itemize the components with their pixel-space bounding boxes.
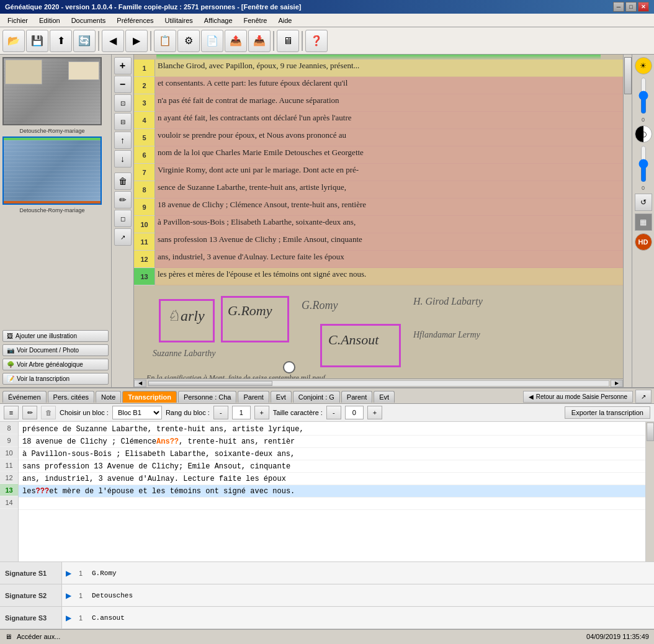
line-num-7: 7	[134, 164, 155, 181]
transcription-line-numbers: 8 9 10 11 12 13 14	[0, 422, 19, 561]
menu-preferences[interactable]: Préférences	[112, 16, 158, 25]
rang-minus-btn[interactable]: -	[213, 406, 228, 419]
delete-button[interactable]: 🗑	[114, 172, 132, 190]
trans-text-line-10: à Pavillon-sous-Bois ; Elisabeth Labarth…	[19, 448, 645, 460]
export-transcription-button[interactable]: Exporter la transcription	[565, 406, 650, 419]
acceder-button[interactable]: Accéder aux...	[17, 633, 60, 640]
toolbar-monitor[interactable]: 🖥	[277, 30, 299, 52]
scrollbar-thumb[interactable]	[624, 57, 632, 94]
toolbar-refresh[interactable]: 🔄	[73, 30, 96, 52]
minimize-button[interactable]: ─	[613, 2, 624, 12]
toolbar-up[interactable]: ⬆	[50, 30, 72, 52]
trans-list-btn-1[interactable]: ≡	[4, 406, 19, 419]
rotate-button[interactable]: ↺	[635, 194, 652, 211]
taille-plus-btn[interactable]: +	[367, 406, 382, 419]
zoom-fit-button[interactable]: ⊡	[114, 94, 132, 112]
toolbar-save[interactable]: 💾	[26, 30, 48, 52]
bloc-select[interactable]: Bloc B1	[112, 406, 162, 419]
toolbar-settings[interactable]: ⚙	[177, 30, 200, 52]
zoom-in-button[interactable]: +	[114, 57, 132, 74]
close-button[interactable]: ✕	[638, 2, 649, 12]
trans-edit-btn[interactable]: ✏	[22, 406, 37, 419]
contrast-slider[interactable]	[640, 145, 647, 182]
toolbar-open[interactable]: 📂	[2, 30, 25, 52]
export-icon-button[interactable]: ↗	[635, 390, 652, 403]
scroll-left-btn[interactable]: ◀	[134, 380, 146, 387]
tab-pers-citees[interactable]: Pers. citées	[48, 391, 94, 403]
horizontal-scrollbar[interactable]: ◀ ▶	[134, 378, 623, 387]
back-arrow-icon: ◀	[529, 393, 534, 400]
matrix-button[interactable]: ▦	[635, 213, 652, 231]
view-doc-button[interactable]: 📷 Voir Document / Photo	[2, 344, 109, 356]
tab-evt-2[interactable]: Evt	[374, 391, 395, 403]
toolbar-import[interactable]: 📥	[248, 30, 271, 52]
rang-input[interactable]	[232, 406, 251, 419]
toolbar-forward[interactable]: ▶	[125, 30, 148, 52]
transcription-content-area: 8 9 10 11 12 13 14 présence de Suzanne L…	[0, 422, 654, 561]
transcription-text[interactable]: présence de Suzanne Labarthe, trente-hui…	[19, 422, 645, 561]
link-button[interactable]: ↗	[114, 228, 132, 246]
trans-scrollbar[interactable]	[645, 422, 654, 561]
sig-1-arrow-icon[interactable]: ▶	[62, 569, 74, 578]
brightness-button[interactable]: ☀	[635, 57, 652, 74]
view-transcription-button[interactable]: 📝 Voir la transcription	[2, 373, 109, 385]
view-tree-button[interactable]: 🌳 Voir Arbre généalogique	[2, 359, 109, 370]
zoom-out-button[interactable]: −	[114, 76, 132, 93]
thumbnail-2[interactable]	[2, 136, 102, 205]
zoom-width-button[interactable]: ⊟	[114, 113, 132, 130]
contrast-button[interactable]: ◐	[635, 125, 652, 143]
toolbar-export[interactable]: 📤	[225, 30, 247, 52]
toolbar-help[interactable]: ❓	[305, 30, 328, 52]
trans-linenum-11: 11	[0, 459, 18, 472]
scroll-thumb[interactable]	[148, 381, 272, 386]
tab-parent-2[interactable]: Parent	[341, 391, 372, 403]
pan-up-button[interactable]: ↑	[114, 132, 132, 149]
vertical-scrollbar[interactable]	[623, 55, 632, 387]
brightness-slider[interactable]	[640, 77, 647, 114]
menu-affichage[interactable]: Affichage	[199, 16, 238, 25]
rang-plus-btn[interactable]: +	[254, 406, 269, 419]
tab-personne[interactable]: Personne : Cha	[178, 391, 236, 403]
line-text-7: Virginie Romy, dont acte uni par le mari…	[155, 164, 632, 181]
toolbar-back[interactable]: ◀	[102, 30, 124, 52]
tab-evenement[interactable]: Événemen	[2, 391, 47, 403]
thumbnail-1[interactable]	[2, 57, 102, 125]
sig-2-arrow-icon[interactable]: ▶	[62, 591, 74, 600]
toolbar-document[interactable]: 📄	[201, 30, 223, 52]
menu-fichier[interactable]: Fichier	[2, 16, 33, 25]
tab-conjoint[interactable]: Conjoint : G	[293, 391, 340, 403]
trans-scrollbar-thumb[interactable]	[647, 423, 654, 441]
add-box-button[interactable]: ◻	[114, 210, 132, 227]
edit-button[interactable]: ✏	[114, 191, 132, 208]
sep1	[98, 31, 99, 51]
maximize-button[interactable]: □	[625, 2, 637, 12]
line-text-4: n ayant été fait, les contractants ont d…	[155, 112, 632, 129]
tab-transcription[interactable]: Transcription	[122, 391, 177, 403]
scroll-track[interactable]	[148, 380, 609, 387]
doc-line-5: 5 vouloir se prendre pour époux, et Nous…	[134, 129, 632, 146]
menu-utilitaires[interactable]: Utilitaires	[160, 16, 198, 25]
toolbar-clipboard[interactable]: 📋	[154, 30, 176, 52]
taille-input[interactable]	[345, 406, 364, 419]
sig-3-arrow-icon[interactable]: ▶	[62, 614, 74, 622]
pan-down-button[interactable]: ↓	[114, 150, 132, 168]
document-lines-overlay: 1 Blanche Girod, avec Papillon, époux, 9…	[134, 55, 632, 387]
doc-line-4: 4 n ayant été fait, les contractants ont…	[134, 112, 632, 129]
left-sidebar: Detousche-Romy-mariage Detousche-Romy-ma…	[0, 55, 112, 387]
scroll-right-btn[interactable]: ▶	[611, 380, 623, 387]
right-panel: ☀ 0 ◐ 0 ↺ ▦ HD	[632, 55, 654, 387]
tab-note[interactable]: Note	[96, 391, 121, 403]
add-illustration-button[interactable]: 🖼 Ajouter une illustration	[2, 330, 109, 342]
hd-button[interactable]: HD	[635, 233, 652, 251]
menu-edition[interactable]: Edition	[34, 16, 65, 25]
tab-evt-1[interactable]: Evt	[271, 391, 292, 403]
trans-delete-btn[interactable]: 🗑	[41, 406, 56, 419]
back-to-saisie-button[interactable]: ◀ Retour au mode Saisie Personne	[523, 391, 633, 403]
rang-label: Rang du bloc :	[166, 409, 210, 416]
menu-fenetre[interactable]: Fenêtre	[239, 16, 272, 25]
taille-minus-btn[interactable]: -	[326, 406, 341, 419]
menu-aide[interactable]: Aide	[273, 16, 297, 25]
menu-documents[interactable]: Documents	[66, 16, 111, 25]
profession-text: profession	[45, 462, 89, 471]
tab-parent-1[interactable]: Parent	[238, 391, 269, 403]
